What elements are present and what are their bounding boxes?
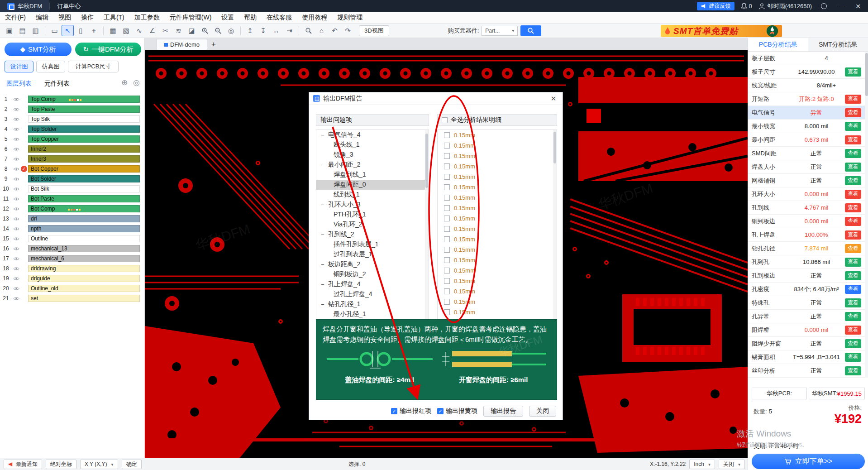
layer-color-bar[interactable]: Top Copper (28, 135, 140, 143)
simulation-view-button[interactable]: 仿真图 (36, 61, 65, 72)
layer-row[interactable]: 19drlguide (0, 273, 144, 283)
layer-color-bar[interactable]: Bot Silk (28, 185, 140, 192)
tree-item[interactable]: −钻孔孔径_1 (316, 299, 429, 309)
collapse-icon[interactable]: − (321, 162, 325, 168)
layer-color-bar[interactable]: Top Silk (28, 115, 140, 123)
layer-color-bar[interactable]: drldrawing (28, 265, 140, 272)
layer-color-bar[interactable]: Bot Comp (28, 205, 140, 212)
view-button[interactable]: 查看 (845, 366, 861, 375)
eye-icon[interactable] (12, 297, 21, 301)
view-button[interactable]: 查看 (845, 353, 861, 362)
calc-pcb-size-button[interactable]: 计算PCB尺寸 (68, 61, 119, 72)
tree-item[interactable]: 断头线_1 (316, 140, 429, 150)
user-account[interactable]: 邹时雨(4612650) (758, 2, 812, 10)
layer-row[interactable]: 3Top Silk (0, 114, 144, 124)
layer-color-bar[interactable]: Top Paste (28, 106, 140, 113)
search-button[interactable] (520, 25, 541, 36)
layer-row[interactable]: 20Outline_old (0, 283, 144, 293)
layer-color-bar[interactable]: Bot Solder (28, 175, 140, 182)
tree-item[interactable]: −电气信号_4 (316, 130, 429, 140)
search-plus-icon[interactable] (199, 25, 211, 36)
component-icon[interactable]: ▦ (107, 25, 119, 36)
dialog-close-button[interactable]: 关闭 (529, 406, 556, 417)
layer-color-bar[interactable]: npth (28, 225, 140, 232)
binocular-icon[interactable]: ◎ (225, 25, 237, 36)
eye-icon[interactable] (12, 117, 21, 121)
tree-item-selected[interactable]: 焊盘间距_0 (316, 180, 429, 190)
eye-icon[interactable] (12, 177, 21, 181)
view-button[interactable]: 查看 (845, 326, 861, 335)
export-report-button[interactable]: 输出报告 (483, 406, 523, 417)
new-tab-button[interactable]: + (207, 39, 220, 50)
hq-pcb-toggle[interactable]: 华秋PCB: (752, 388, 807, 399)
tab-pcb-results[interactable]: PCB分析结果 (748, 38, 808, 51)
view-button[interactable]: 查看 (845, 271, 861, 280)
layer-color-bar[interactable]: mechanical_13 (28, 245, 140, 252)
tab-smt-results[interactable]: SMT分析结果 (808, 38, 868, 51)
tree-item[interactable]: PTH孔环_1 (316, 210, 429, 220)
layer-color-bar[interactable]: Inner3 (28, 155, 140, 163)
view-button[interactable]: 查看 (845, 135, 861, 144)
tab-component-list[interactable]: 元件列表 (38, 80, 76, 88)
tree-item[interactable]: 铜到板边_2 (316, 269, 429, 279)
eye-icon[interactable] (12, 127, 21, 131)
detail-item[interactable]: 0.15mm (438, 234, 557, 245)
tree-item[interactable]: −板边距离_2 (316, 259, 429, 269)
detail-item[interactable]: 0.15mm (438, 192, 557, 203)
dialog-title-bar[interactable]: 输出DFM报告 ✕ (309, 92, 563, 105)
detail-item[interactable]: 0.15mm (438, 276, 557, 286)
tree-item[interactable]: 焊盘到线_1 (316, 170, 429, 180)
tree-item[interactable]: 线到线_1 (316, 190, 429, 200)
pointer-tool-icon[interactable]: ↖ (62, 25, 74, 36)
layer-color-bar[interactable]: Bot Copper (28, 165, 140, 173)
confirm-button[interactable]: 确定 (122, 460, 142, 469)
view-button[interactable]: 查看 (845, 298, 861, 307)
eye-icon[interactable] (12, 187, 21, 191)
layer-row[interactable]: 9Bot Solder (0, 174, 144, 184)
checkbox[interactable] (444, 163, 450, 169)
layer-color-bar[interactable]: Bot Paste (28, 195, 140, 202)
checkbox[interactable] (444, 195, 450, 201)
menu-help[interactable]: 帮助 (239, 12, 262, 24)
cut-icon[interactable]: ✂ (159, 25, 172, 36)
menu-file[interactable]: 文件(F) (0, 12, 31, 24)
eye-icon[interactable] (12, 147, 21, 151)
pan-icon[interactable]: + (88, 25, 100, 36)
detail-scrollbar[interactable] (553, 130, 557, 319)
order-now-button[interactable]: 立即下单>> (752, 454, 865, 469)
eye-icon[interactable] (12, 167, 21, 171)
smt-analysis-button[interactable]: ◆SMT分析 (5, 43, 72, 56)
angle-measure-icon[interactable]: ∠ (146, 25, 158, 36)
detail-item[interactable]: 0.15mm (438, 297, 557, 307)
import-icon[interactable]: ↧ (257, 25, 269, 36)
component-add-icon[interactable]: ▧ (120, 25, 132, 36)
menu-tutorial[interactable]: 使用教程 (297, 12, 332, 24)
layer-row[interactable]: 5Top Copper (0, 134, 144, 144)
layer-row[interactable]: 1Top Comp (0, 94, 144, 104)
detail-item[interactable]: 0.15mm (438, 161, 557, 172)
eye-icon[interactable] (12, 137, 21, 141)
view-button[interactable]: 查看 (845, 122, 861, 131)
detail-item[interactable]: 0.15mm (438, 213, 557, 224)
checkbox[interactable] (444, 216, 450, 221)
layer-row[interactable]: 11Bot Paste (0, 194, 144, 204)
eye-icon[interactable] (12, 287, 21, 291)
checkbox[interactable] (444, 309, 450, 315)
layer-color-bar[interactable]: drlguide (28, 275, 140, 282)
view-button[interactable]: 查看 (845, 217, 861, 226)
3d-view-button[interactable]: 3D视图 (359, 25, 389, 36)
unit-dropdown[interactable]: Inch▾ (689, 460, 715, 469)
checkbox[interactable] (444, 288, 450, 294)
undo-icon[interactable]: ↶ (329, 25, 341, 36)
checkbox[interactable] (444, 132, 450, 138)
layer-color-bar[interactable]: set (28, 295, 140, 302)
menu-rules[interactable]: 规则管理 (332, 12, 367, 24)
tree-item[interactable]: Via孔环_2 (316, 220, 429, 230)
tree-item[interactable]: 插件孔到表层_1 (316, 240, 429, 249)
redo-icon[interactable]: ↷ (342, 25, 354, 36)
menu-tools[interactable]: 工具(T) (99, 12, 129, 24)
layer-color-bar[interactable]: Inner2 (28, 145, 140, 153)
view-button[interactable]: 查看 (845, 149, 861, 158)
layer-row[interactable]: 18drldrawing (0, 264, 144, 273)
order-center-tab[interactable]: 订单中心 (50, 0, 88, 12)
